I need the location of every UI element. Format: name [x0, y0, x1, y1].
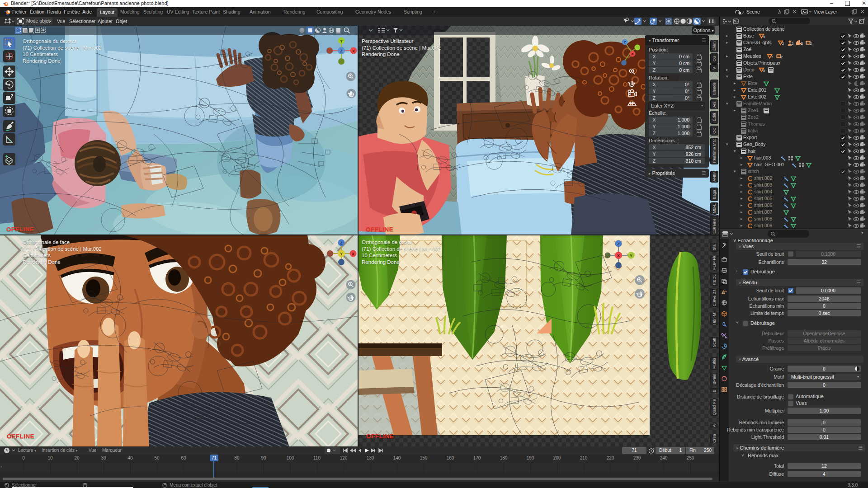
svg-text:Z: Z — [340, 49, 343, 53]
svg-text:X: X — [617, 253, 620, 258]
svg-text:Y: Y — [340, 39, 343, 43]
svg-text:Z: Z — [340, 241, 343, 245]
svg-text:X: X — [631, 52, 634, 56]
svg-text:Z: Z — [617, 242, 620, 246]
svg-text:Y: Y — [340, 252, 343, 256]
svg-text:Z: Z — [624, 40, 626, 44]
svg-text:X: X — [352, 252, 354, 256]
svg-text:X: X — [352, 49, 355, 53]
svg-text:Y: Y — [630, 253, 632, 258]
